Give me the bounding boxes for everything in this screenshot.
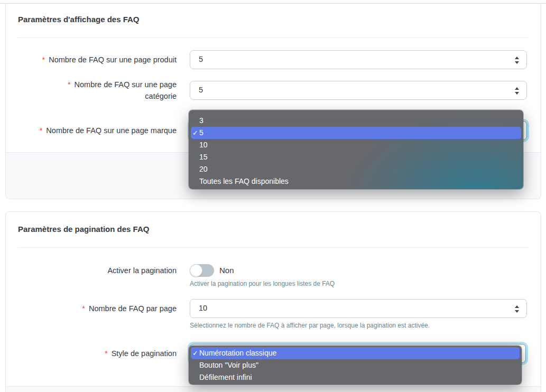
label-pagination-style: *Style de pagination (15, 348, 177, 359)
dropdown-menu-faq-count: 3 ✓ 5 10 15 20 Toutes les FAQ disponible… (189, 110, 523, 189)
settings-page: Paramètres d'affichage des FAQ *Nombre d… (0, 0, 546, 392)
select-faq-category-page[interactable]: 5 (190, 81, 527, 100)
menu-option-selected[interactable]: ✓ Numérotation classique (191, 347, 520, 359)
menu-option[interactable]: Défilement infini (191, 371, 520, 384)
panel-title: Paramètres de pagination des FAQ (18, 225, 149, 234)
select-value: 5 (199, 55, 203, 63)
toggle-state-label: Non (219, 266, 234, 275)
label-faq-category-page: *Nombre de FAQ sur une page catégorie (50, 79, 177, 102)
select-faq-product-page[interactable]: 5 (190, 50, 527, 69)
header-divider (17, 38, 529, 38)
menu-option[interactable]: 10 (191, 139, 521, 151)
menu-option-selected[interactable]: ✓ 5 (191, 127, 521, 139)
required-asterisk: * (68, 80, 71, 89)
menu-option[interactable]: 20 (191, 163, 521, 175)
select-stepper-icon (515, 304, 519, 314)
label-faq-per-page: *Nombre de FAQ par page (15, 303, 177, 314)
check-icon: ✓ (192, 127, 198, 139)
pagination-toggle[interactable] (190, 264, 214, 277)
required-asterisk: * (40, 126, 43, 135)
select-stepper-icon (515, 55, 519, 65)
dropdown-menu-pagination-style: ✓ Numérotation classique Bouton "Voir pl… (189, 346, 522, 385)
menu-option[interactable]: Toutes les FAQ disponibles (191, 175, 521, 188)
label-faq-product-page: *Nombre de FAQ sur une page produit (15, 54, 177, 66)
select-stepper-icon (515, 86, 519, 96)
required-asterisk: * (105, 349, 108, 358)
panel-title: Paramètres d'affichage des FAQ (18, 15, 140, 24)
menu-option[interactable]: 3 (191, 115, 521, 127)
select-faq-per-page[interactable]: 10 (190, 299, 527, 318)
header-divider (17, 247, 529, 248)
toggle-knob (190, 264, 202, 277)
label-faq-brand-page: *Nombre de FAQ sur une page marque (15, 125, 177, 136)
menu-option[interactable]: 15 (191, 151, 521, 163)
required-asterisk: * (82, 304, 85, 313)
menu-option[interactable]: Bouton "Voir plus" (191, 359, 520, 371)
select-value: 10 (199, 304, 207, 312)
panel-footer (6, 386, 541, 392)
help-faq-per-page: Sélectionnez le nombre de FAQ à afficher… (190, 322, 430, 329)
required-asterisk: * (42, 55, 45, 64)
label-enable-pagination: Activer la pagination (15, 265, 177, 276)
select-value: 5 (199, 86, 203, 94)
help-enable-pagination: Activer la pagination pour les longues l… (190, 280, 335, 287)
check-icon: ✓ (192, 347, 198, 359)
